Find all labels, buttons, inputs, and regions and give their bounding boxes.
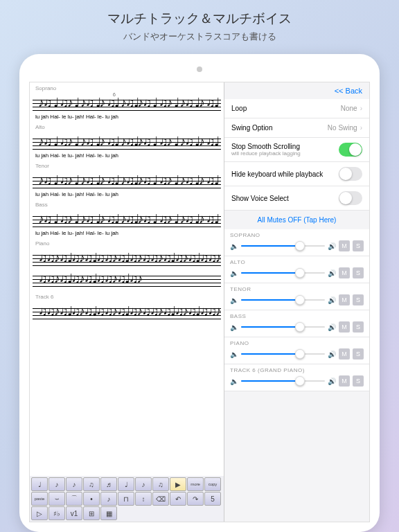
tool-button[interactable]: ↷ [187, 492, 204, 506]
camera-dot [197, 66, 202, 72]
mute-button[interactable]: M [339, 294, 350, 305]
marketing-header: マルチトラック＆マルチボイス バンドやオーケストラスコアも書ける [0, 0, 399, 50]
staff-lines[interactable]: ♫♫♪♫♩♫♪♫♩♫♫♪♫♩♫♪♫♫♪♫♩♫♪♫♩♫♫♪♫♩♫♪ [33, 301, 221, 321]
staff-alto[interactable]: Alto♪♫ ♩ ♫♪ ♩ ♪♫ ♩♪ ♫♩ ♪♫♩♪♫ ♩ ♫♪ ♩ ♪♫ ♩… [30, 121, 224, 160]
part-label: Bass [33, 200, 221, 208]
tool-button[interactable]: 5 [204, 492, 221, 506]
staff-tenor[interactable]: Tenor♪♫ ♩ ♫♪ ♩ ♪♫ ♩♪ ♫♩ ♪♫♩♪♫ ♩ ♫♪ ♩ ♪♫ … [30, 160, 224, 199]
staff-soprano[interactable]: Soprano♪♫ ♩ ♫♪ ♩ ♪♫ ♩♪ ♫♩ ♪♫♩♪♫ ♩ ♫♪ ♩ ♪… [30, 82, 224, 121]
track-name: TENOR [230, 286, 364, 292]
hide-keyboard-row: Hide keyboard while playback [224, 162, 369, 186]
tool-button[interactable]: ⊓ [118, 492, 134, 506]
solo-button[interactable]: S [353, 321, 364, 332]
mute-button[interactable]: M [339, 267, 350, 278]
tool-button[interactable]: ♪ [66, 477, 82, 491]
notes: ♪♫ ♩ ♫♪ ♩ ♪♫ ♩♪ ♫♩ ♪♫♩♪♫ ♩ ♫♪ ♩ ♪♫ ♩♪ ♫♩… [33, 93, 221, 112]
tool-button[interactable]: ♫ [83, 477, 100, 491]
hidekb-label: Hide keyboard while playback [231, 170, 323, 178]
tool-button[interactable]: ♪ [48, 477, 65, 491]
staff-lines[interactable]: ♪♫ ♩ ♫♪ ♩ ♪♫ ♩♪ ♫♩ ♪♫♩♪♫ ♩ ♫♪ ♩ ♪♫ ♩♪ ♫♩… [33, 132, 221, 151]
staff-lines[interactable]: ♪♫ ♩ ♫♪ ♩ ♪♫ ♩♪ ♫♩ ♪♫♩♪♫ ♩ ♫♪ ♩ ♪♫ ♩♪ ♫♩… [33, 209, 221, 229]
back-button[interactable]: << Back [224, 82, 369, 99]
hide-keyboard-toggle[interactable] [339, 167, 362, 181]
voice-select-row: Show Voice Select [224, 186, 369, 211]
speaker-low-icon[interactable]: 🔈 [230, 242, 238, 250]
speaker-high-icon[interactable]: 🔊 [328, 269, 336, 277]
tool-button[interactable]: ⌒ [66, 492, 82, 506]
tool-button[interactable]: ♩ [118, 477, 134, 491]
track-1: ALTO🔈🔊MS [224, 256, 369, 283]
smooth-scroll-toggle[interactable] [339, 143, 362, 157]
tool-button[interactable]: ▷ [31, 506, 48, 520]
speaker-high-icon[interactable]: 🔊 [328, 351, 336, 358]
mute-button[interactable]: M [339, 240, 350, 251]
swing-row[interactable]: Swing Option No Swing› [224, 118, 369, 138]
part-label: Piano [33, 239, 221, 247]
track-2: TENOR🔈🔊MS [224, 283, 369, 310]
volume-slider[interactable] [241, 353, 325, 355]
all-mutes-off-button[interactable]: All Mutes OFF (Tap Here) [224, 211, 369, 229]
speaker-high-icon[interactable]: 🔊 [328, 323, 336, 331]
loop-row[interactable]: Loop None› [224, 99, 369, 118]
volume-slider[interactable] [241, 326, 325, 328]
speaker-low-icon[interactable]: 🔈 [230, 351, 238, 358]
tool-button[interactable]: more [187, 477, 204, 491]
tool-button[interactable]: paste [31, 492, 48, 506]
score-area[interactable]: 6 Soprano♪♫ ♩ ♫♪ ♩ ♪♫ ♩♪ ♫♩ ♪♫♩♪♫ ♩ ♫♪ ♩… [30, 82, 224, 522]
volume-slider[interactable] [241, 299, 325, 301]
tool-button[interactable]: ▶ [170, 477, 186, 491]
staff-lines[interactable]: ♪♫ ♩ ♫♪ ♩ ♪♫ ♩♪ ♫♩ ♪♫♩♪♫ ♩ ♫♪ ♩ ♪♫ ♩♪ ♫♩… [33, 170, 221, 190]
tool-button[interactable]: ♯♭ [48, 506, 65, 520]
tool-button[interactable]: ♬ [100, 477, 117, 491]
staff-lines[interactable]: ♪♫ ♩ ♫♪ ♩ ♪♫ ♩♪ ♫♩ ♪♫♩♪♫ ♩ ♫♪ ♩ ♪♫ ♩♪ ♫♩… [33, 93, 221, 112]
solo-button[interactable]: S [353, 294, 364, 305]
tool-button[interactable]: ♪ [135, 477, 152, 491]
volume-slider[interactable] [241, 272, 325, 274]
mute-button[interactable]: M [339, 321, 350, 332]
speaker-high-icon[interactable]: 🔊 [328, 242, 336, 250]
part-label: Track 6 [33, 292, 221, 300]
speaker-low-icon[interactable]: 🔈 [230, 269, 238, 277]
tool-button[interactable]: ⌫ [152, 492, 169, 506]
tool-button[interactable]: ♩ [31, 477, 48, 491]
tool-button[interactable]: copy [204, 477, 221, 491]
staff-track 6[interactable]: Track 6♫♫♪♫♩♫♪♫♩♫♫♪♫♩♫♪♫♫♪♫♩♫♪♫♩♫♫♪♫♩♫♪ [30, 291, 224, 323]
staff-lines[interactable]: ♫♫♪♫♩♫♪♫♩♫♫♪♫♩♫♪♫♫♪♫♩♫♪♫♩♫♫♪♫♩♫♪ [33, 248, 221, 267]
tool-button[interactable]: v1 [66, 506, 82, 520]
tool-button[interactable]: ⊞ [83, 506, 100, 520]
chevron-right-icon: › [360, 105, 362, 112]
lyrics: lu jah Hal- le lu- jah! Hal- le- lu jah [33, 230, 221, 236]
loop-label: Loop [231, 105, 247, 112]
solo-button[interactable]: S [353, 375, 364, 387]
speaker-high-icon[interactable]: 🔊 [328, 378, 336, 385]
track-3: BASS🔈🔊MS [224, 310, 369, 337]
solo-button[interactable]: S [353, 348, 364, 360]
scroll-sublabel: will reduce playback lagging [231, 150, 301, 157]
mute-button[interactable]: M [339, 375, 350, 387]
staff-bass[interactable]: Bass♪♫ ♩ ♫♪ ♩ ♪♫ ♩♪ ♫♩ ♪♫♩♪♫ ♩ ♫♪ ♩ ♪♫ ♩… [30, 199, 224, 238]
speaker-low-icon[interactable]: 🔈 [230, 378, 238, 385]
track-name: BASS [230, 313, 364, 319]
solo-button[interactable]: S [353, 267, 364, 278]
notes: ♪♫ ♩ ♫♪ ♩ ♪♫ ♩♪ ♫♩ ♪♫♩♪♫ ♩ ♫♪ ♩ ♪♫ ♩♪ ♫♩… [33, 170, 221, 190]
tool-button[interactable]: ♪ [100, 492, 117, 506]
volume-slider[interactable] [241, 245, 325, 247]
tool-button[interactable]: ↕ [135, 492, 152, 506]
speaker-high-icon[interactable]: 🔊 [328, 296, 336, 304]
track-name: ALTO [230, 259, 364, 265]
tool-button[interactable]: ♫ [152, 477, 169, 491]
volume-slider[interactable] [241, 380, 325, 382]
tool-button[interactable]: ⌣ [48, 492, 65, 506]
speaker-low-icon[interactable]: 🔈 [230, 323, 238, 331]
title: マルチトラック＆マルチボイス [0, 10, 399, 28]
solo-button[interactable]: S [353, 240, 364, 251]
tool-button[interactable]: • [83, 492, 100, 506]
staff-piano[interactable]: Piano♫♫♪♫♩♫♪♫♩♫♫♪♫♩♫♪♫♫♪♫♩♫♪♫♩♫♫♪♫♩♫♪♫♫♪… [30, 238, 224, 291]
note-toolbar: ♩♪♪♫♬♩♪♫▶morecopypaste⌣⌒•♪⊓↕⌫↶↷5▷♯♭v1⊞▦ [30, 476, 224, 522]
tool-button[interactable]: ▦ [100, 506, 117, 520]
tool-button[interactable]: ↶ [170, 492, 186, 506]
staff-lines[interactable]: ♫♫♪♫♩♫♪♫♩♫♫♪♫♩♫♪ [33, 269, 221, 288]
voice-select-toggle[interactable] [339, 191, 362, 205]
speaker-low-icon[interactable]: 🔈 [230, 296, 238, 304]
mute-button[interactable]: M [339, 348, 350, 360]
